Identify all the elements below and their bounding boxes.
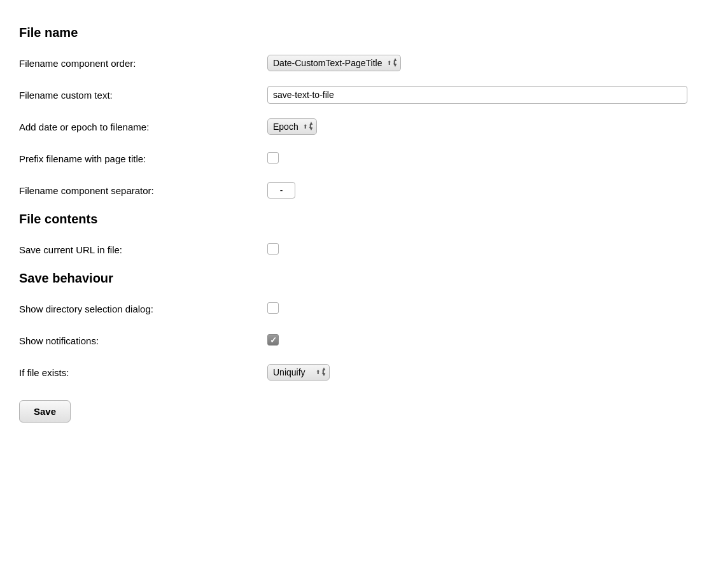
filename-component-order-select[interactable]: Date-CustomText-PageTitle PageTitle-Cust… (267, 55, 401, 71)
prefix-page-title-row: Prefix filename with page title: (19, 148, 704, 169)
filename-component-order-row: Filename component order: Date-CustomTex… (19, 53, 704, 73)
show-directory-dialog-checkbox[interactable] (267, 302, 279, 314)
add-date-epoch-row: Add date or epoch to filename: Epoch Dat… (19, 116, 704, 137)
save-url-label: Save current URL in file: (19, 244, 267, 255)
filename-component-order-label: Filename component order: (19, 58, 267, 69)
add-date-epoch-select[interactable]: Epoch Date None (267, 118, 317, 135)
save-url-checkbox[interactable] (267, 243, 279, 255)
if-file-exists-wrapper: Uniquify Overwrite Skip ▲ ▼ (267, 364, 330, 381)
filename-separator-label: Filename component separator: (19, 185, 267, 196)
save-behaviour-heading: Save behaviour (19, 271, 704, 286)
show-notifications-checkbox[interactable] (267, 334, 279, 346)
filename-separator-row: Filename component separator: (19, 180, 704, 200)
filename-custom-text-input[interactable] (267, 86, 687, 104)
save-button[interactable]: Save (19, 400, 71, 423)
save-url-control (267, 243, 704, 256)
add-date-epoch-wrapper: Epoch Date None ▲ ▼ (267, 118, 317, 135)
show-directory-dialog-label: Show directory selection dialog: (19, 304, 267, 314)
add-date-epoch-label: Add date or epoch to filename: (19, 122, 267, 132)
save-button-container: Save (19, 394, 704, 423)
if-file-exists-control: Uniquify Overwrite Skip ▲ ▼ (267, 364, 704, 381)
filename-custom-text-row: Filename custom text: (19, 85, 704, 105)
prefix-page-title-label: Prefix filename with page title: (19, 153, 267, 164)
filename-custom-text-label: Filename custom text: (19, 90, 267, 101)
filename-component-order-control: Date-CustomText-PageTitle PageTitle-Cust… (267, 55, 704, 71)
file-contents-heading: File contents (19, 212, 704, 227)
filename-component-order-wrapper: Date-CustomText-PageTitle PageTitle-Cust… (267, 55, 401, 71)
save-url-row: Save current URL in file: (19, 239, 704, 260)
add-date-epoch-control: Epoch Date None ▲ ▼ (267, 118, 704, 135)
prefix-page-title-control (267, 152, 704, 165)
filename-custom-text-control (267, 86, 704, 104)
show-notifications-control (267, 334, 704, 347)
filename-separator-control (267, 182, 704, 199)
file-name-heading: File name (19, 25, 704, 40)
show-notifications-row: Show notifications: (19, 330, 704, 351)
show-directory-dialog-row: Show directory selection dialog: (19, 298, 704, 319)
prefix-page-title-checkbox[interactable] (267, 152, 279, 164)
filename-separator-input[interactable] (267, 182, 295, 199)
if-file-exists-select[interactable]: Uniquify Overwrite Skip (267, 364, 330, 381)
if-file-exists-row: If file exists: Uniquify Overwrite Skip … (19, 362, 704, 382)
show-directory-dialog-control (267, 302, 704, 316)
show-notifications-label: Show notifications: (19, 335, 267, 346)
if-file-exists-label: If file exists: (19, 367, 267, 378)
